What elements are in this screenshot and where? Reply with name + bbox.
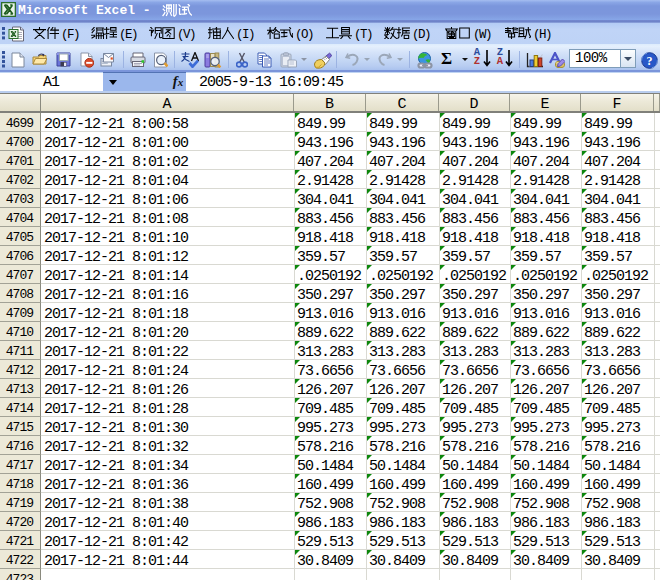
svg-text:?: ? bbox=[646, 54, 652, 68]
